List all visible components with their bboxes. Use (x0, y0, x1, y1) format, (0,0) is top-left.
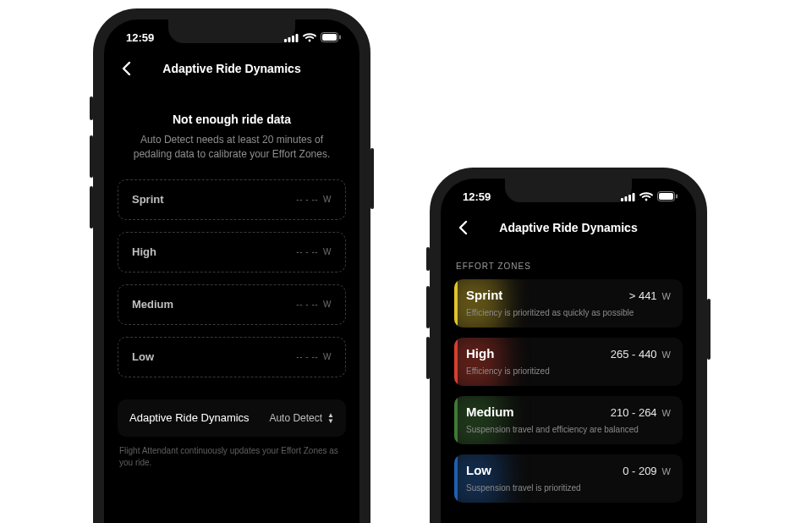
empty-state-title: Not enough ride data (118, 113, 346, 126)
mute-switch (90, 96, 93, 120)
svg-rect-6 (322, 34, 337, 41)
svg-rect-10 (628, 195, 631, 201)
svg-point-12 (645, 198, 648, 201)
svg-rect-9 (625, 196, 628, 201)
zone-value: -- - --W (296, 300, 332, 309)
battery-icon (321, 32, 341, 42)
wifi-icon (303, 33, 316, 42)
phone-left: 12:59 Adaptive Ride Dynamics Not enough … (93, 8, 370, 523)
zone-accent (454, 338, 458, 386)
zone-description: Suspension travel and efficiency are bal… (466, 425, 671, 434)
status-bar: 12:59 (441, 179, 696, 209)
svg-rect-7 (339, 36, 341, 40)
phone-right: 12:59 Adaptive Ride Dynamics EFFORT ZONE… (430, 168, 707, 523)
stepper-icon: ▲▼ (327, 412, 334, 424)
zone-glow (454, 338, 503, 386)
zone-description: Efficiency is prioritized as quickly as … (466, 308, 671, 317)
zone-value: -- - --W (296, 247, 332, 256)
zone-value: -- - --W (296, 352, 332, 361)
power-button (370, 148, 374, 209)
svg-rect-14 (659, 193, 673, 200)
effort-zone-placeholder: High -- - --W (118, 232, 346, 273)
zone-name: Medium (132, 298, 173, 311)
effort-zone-placeholder: Sprint -- - --W (118, 179, 346, 220)
svg-rect-15 (676, 195, 678, 199)
cellular-icon (284, 33, 299, 42)
zone-name: Sprint (132, 193, 164, 206)
back-button[interactable] (453, 217, 473, 238)
svg-rect-8 (621, 198, 623, 201)
effort-zone-high[interactable]: High 265 - 440W Efficiency is prioritize… (454, 338, 683, 386)
cellular-icon (621, 192, 635, 201)
nav-header: Adaptive Ride Dynamics (441, 209, 696, 246)
svg-rect-2 (292, 36, 294, 42)
wifi-icon (639, 192, 653, 201)
chevron-left-icon (458, 220, 468, 235)
svg-rect-1 (288, 37, 291, 42)
nav-header: Adaptive Ride Dynamics (104, 50, 359, 87)
zone-name: High (132, 245, 156, 258)
mute-switch (426, 247, 430, 271)
zone-value: 210 - 264 (611, 406, 657, 419)
setting-footnote: Flight Attendant continuously updates yo… (118, 445, 346, 469)
zone-glow (454, 454, 503, 503)
zone-value: -- - --W (296, 195, 332, 204)
zone-description: Suspension travel is prioritized (466, 483, 671, 493)
effort-zone-placeholder: Low -- - --W (118, 337, 346, 377)
effort-zone-sprint[interactable]: Sprint > 441W Efficiency is prioritized … (454, 279, 683, 328)
page-title: Adaptive Ride Dynamics (162, 62, 300, 75)
zone-glow (454, 396, 503, 444)
zone-value: 0 - 209 (623, 465, 656, 477)
zone-name: Sprint (466, 288, 502, 302)
zone-name: High (466, 346, 494, 361)
empty-state-subtitle: Auto Detect needs at least 20 minutes of… (122, 133, 342, 162)
zone-value: 265 - 440 (611, 348, 657, 361)
effort-zone-low[interactable]: Low 0 - 209W Suspension travel is priori… (454, 454, 683, 503)
zone-name: Low (132, 350, 154, 363)
status-time: 12:59 (463, 190, 491, 203)
zone-glow (454, 279, 503, 328)
zone-accent (454, 454, 458, 503)
setting-value: Auto Detect (269, 412, 322, 424)
zone-value: > 441 (629, 289, 657, 302)
svg-rect-0 (284, 39, 287, 42)
zone-name: Low (466, 463, 491, 477)
zone-name: Medium (466, 405, 514, 419)
zone-unit: W (662, 291, 671, 301)
volume-up-button (426, 286, 430, 328)
zone-unit: W (662, 408, 671, 418)
setting-label: Adaptive Ride Dynamics (129, 411, 250, 424)
battery-icon (657, 191, 678, 201)
back-button[interactable] (116, 58, 136, 79)
screen: 12:59 Adaptive Ride Dynamics Not enough … (104, 19, 359, 523)
volume-down-button (426, 337, 430, 379)
zone-description: Efficiency is prioritized (466, 366, 671, 376)
status-bar: 12:59 (104, 19, 359, 50)
ard-mode-selector[interactable]: Adaptive Ride Dynamics Auto Detect ▲▼ (118, 399, 346, 437)
effort-zone-medium[interactable]: Medium 210 - 264W Suspension travel and … (454, 396, 683, 444)
screen: 12:59 Adaptive Ride Dynamics EFFORT ZONE… (441, 179, 696, 523)
section-header: EFFORT ZONES (456, 262, 681, 271)
effort-zone-placeholder: Medium -- - --W (118, 284, 346, 325)
zone-accent (454, 396, 458, 444)
svg-rect-3 (296, 34, 299, 42)
page-title: Adaptive Ride Dynamics (499, 221, 637, 234)
volume-up-button (90, 135, 93, 178)
zone-accent (454, 279, 458, 328)
status-time: 12:59 (126, 31, 154, 44)
svg-rect-11 (633, 193, 635, 201)
chevron-left-icon (121, 61, 131, 76)
power-button (707, 299, 710, 360)
volume-down-button (90, 186, 93, 228)
zone-unit: W (662, 350, 671, 360)
svg-point-4 (309, 39, 311, 41)
zone-unit: W (662, 466, 671, 476)
